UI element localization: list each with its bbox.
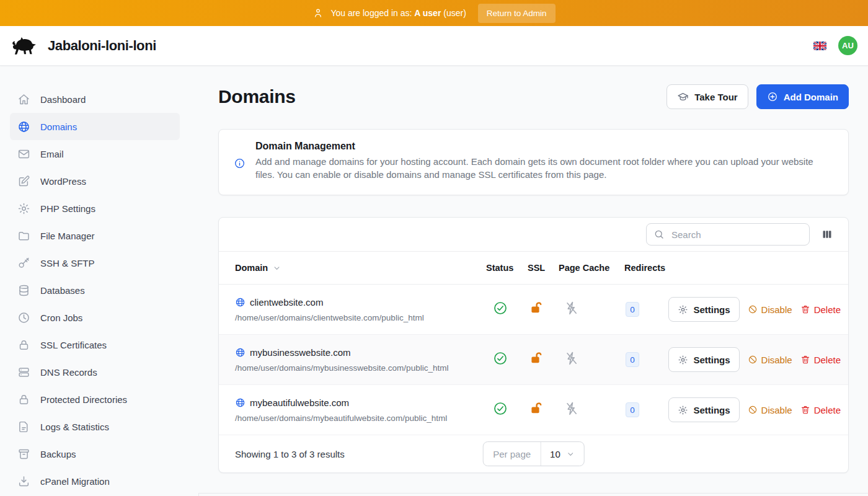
ssl-unlocked-padlock-icon[interactable] [529,301,544,316]
domain-globe-icon [235,297,246,308]
home-icon [17,93,30,106]
gear-icon [678,304,688,315]
sidebar-item-label: Backups [40,449,76,459]
brand[interactable]: Jabaloni-loni-loni [10,33,156,58]
sidebar-item-ssh-sftp[interactable]: SSH & SFTP [10,249,180,277]
clock-icon [17,311,30,324]
table-row[interactable]: mybusinesswebsite.com/home/user/domains/… [219,335,848,385]
download-icon [17,475,30,488]
domains-table-card: Domain Status SSL Page Cache Redirects c… [218,217,849,473]
person-icon [312,7,324,19]
folder-icon [17,229,30,242]
sidebar: DashboardDomainsEmailWordPressPHP Settin… [0,66,198,495]
page-cache-disabled-icon[interactable] [564,301,579,316]
database-icon [17,284,30,297]
sidebar-item-wordpress[interactable]: WordPress [10,167,180,195]
search-input[interactable] [670,229,802,241]
take-tour-button[interactable]: Take Tour [666,84,748,109]
page-cache-disabled-icon[interactable] [564,401,579,416]
footer-divider [198,493,868,496]
per-page-select[interactable]: Per page 10 [482,441,585,466]
table-body: clientwebsite.com/home/user/domains/clie… [219,285,848,435]
brand-name: Jabaloni-loni-loni [48,38,156,54]
redirects-count-badge: 0 [626,402,639,417]
globe-icon [17,120,30,133]
per-page-value: 10 [550,449,560,459]
search-icon [653,229,665,240]
sidebar-item-protected-directories[interactable]: Protected Directories [10,386,180,413]
sidebar-item-backups[interactable]: Backups [10,440,180,467]
sidebar-item-cron-jobs[interactable]: Cron Jobs [10,304,180,331]
table-toolbar [219,218,848,251]
status-active-check-icon [493,351,508,366]
sidebar-item-dns-records[interactable]: DNS Records [10,358,180,386]
disable-button[interactable]: Disable [748,355,792,365]
delete-button[interactable]: Delete [800,304,841,315]
slash-circle-icon [748,355,758,365]
column-header-redirects: Redirects [624,263,664,273]
sidebar-item-file-manager[interactable]: File Manager [10,222,180,249]
trash-icon [800,304,810,314]
domain-globe-icon [235,347,246,358]
sidebar-item-databases[interactable]: Databases [10,277,180,304]
table-row[interactable]: mybeautifulwebsite.com/home/user/domains… [219,385,848,435]
trash-icon [800,405,810,415]
return-to-admin-button[interactable]: Return to Admin [478,4,556,23]
status-active-check-icon [493,301,508,316]
server-icon [17,366,30,379]
settings-button[interactable]: Settings [668,397,739,422]
disable-button[interactable]: Disable [748,405,792,415]
domain-path: /home/user/domains/mybusinesswebsite.com… [235,363,448,373]
user-avatar[interactable]: AU [838,36,857,55]
delete-button[interactable]: Delete [800,405,841,415]
redirects-count-badge: 0 [626,302,639,317]
archive-icon [17,448,30,461]
sidebar-item-email[interactable]: Email [10,140,180,167]
info-card-description: Add and manage domains for your hosting … [255,156,833,181]
table-row[interactable]: clientwebsite.com/home/user/domains/clie… [219,285,848,335]
domain-name: mybusinesswebsite.com [250,347,351,358]
impersonation-message: You are logged in as: A user (user) [330,8,466,18]
settings-button[interactable]: Settings [668,297,739,322]
sidebar-item-label: Logs & Statistics [40,422,109,432]
redirects-count-badge: 0 [626,352,639,367]
column-header-ssl: SSL [528,263,559,273]
ssl-unlocked-padlock-icon[interactable] [529,351,544,366]
search-box [646,223,810,246]
disable-button[interactable]: Disable [748,304,792,315]
add-domain-button[interactable]: Add Domain [756,84,849,109]
domain-name: clientwebsite.com [250,297,323,308]
info-card-title: Domain Management [255,141,833,152]
uk-flag-icon[interactable] [813,42,826,50]
ssl-unlocked-padlock-icon[interactable] [529,401,544,416]
impersonation-banner: You are logged in as: A user (user) Retu… [0,0,868,26]
sidebar-item-cpanel-migration[interactable]: cPanel Migration [10,467,180,495]
sidebar-item-label: Protected Directories [40,394,127,405]
gear-icon [17,202,30,215]
domain-globe-icon [235,397,246,408]
columns-toggle-icon[interactable] [821,228,833,241]
status-active-check-icon [493,401,508,416]
sidebar-item-label: Domains [40,122,77,132]
app-header: Jabaloni-loni-loni AU [0,26,868,66]
sidebar-item-php-settings[interactable]: PHP Settings [10,195,180,222]
sidebar-item-label: WordPress [40,176,86,187]
sidebar-item-label: File Manager [40,231,95,241]
sidebar-item-logs-statistics[interactable]: Logs & Statistics [10,413,180,440]
domain-path: /home/user/domains/mybeautifulwebsite.co… [235,414,447,423]
sidebar-item-ssl-certificates[interactable]: SSL Certificates [10,331,180,358]
sort-chevron-down-icon[interactable] [272,264,281,273]
lock-icon [17,393,30,406]
page-cache-disabled-icon[interactable] [564,351,579,366]
sidebar-item-domains[interactable]: Domains [10,113,180,140]
sidebar-item-label: DNS Records [40,367,97,378]
column-header-domain: Domain [235,263,268,273]
key-icon [17,257,30,270]
domain-management-info-card: Domain Management Add and manage domains… [218,129,849,195]
settings-button[interactable]: Settings [668,347,739,372]
mail-icon [17,148,30,161]
sidebar-item-label: PHP Settings [40,203,95,214]
sidebar-item-dashboard[interactable]: Dashboard [10,86,180,113]
delete-button[interactable]: Delete [800,355,841,365]
sidebar-item-label: Cron Jobs [40,312,82,323]
